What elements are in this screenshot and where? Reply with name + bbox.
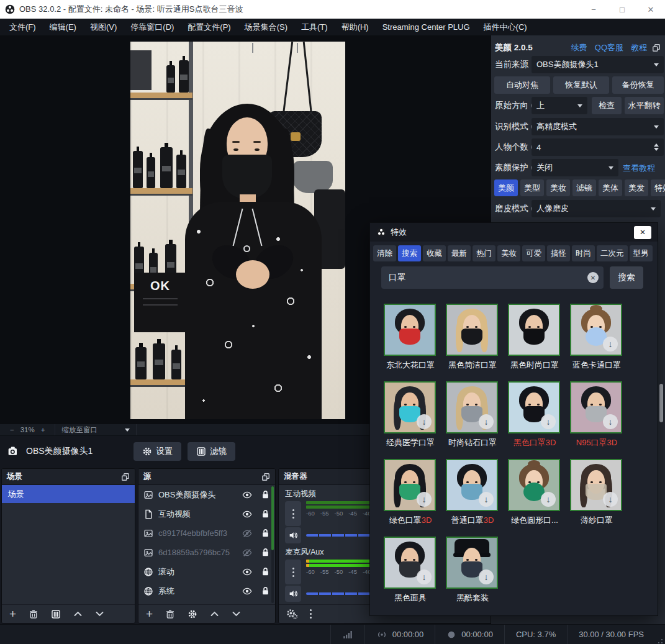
menu-item-8[interactable]: Streaming Center PLUG	[376, 19, 477, 35]
resize-grip[interactable]	[657, 638, 663, 644]
source-row[interactable]: 系统	[138, 581, 275, 601]
sources-scrollbar[interactable]	[271, 486, 274, 603]
effect-thumbnail[interactable]: ↓	[446, 537, 498, 589]
menu-item-9[interactable]: 插件中心(C)	[477, 19, 534, 35]
source-row[interactable]: c8917f4ebbfbfe5ff3	[138, 524, 275, 543]
plugin-link-1[interactable]: QQ客服	[595, 42, 623, 53]
search-button[interactable]: 搜索	[610, 266, 643, 289]
move-scene-up-button[interactable]	[73, 609, 83, 619]
horizontal-flip-button[interactable]: 水平翻转	[625, 97, 664, 114]
minimize-button[interactable]: −	[579, 0, 608, 19]
lock-icon[interactable]	[261, 586, 270, 596]
effects-tab-可爱[interactable]: 可爱	[522, 245, 545, 261]
menu-item-0[interactable]: 文件(F)	[2, 19, 43, 35]
beauty-tab-特效[interactable]: 特效	[651, 179, 665, 196]
effects-tab-搞怪[interactable]: 搞怪	[547, 245, 570, 261]
beauty-tab-美发[interactable]: 美发	[625, 179, 648, 196]
eye-icon[interactable]	[242, 567, 252, 577]
beauty-tab-美体[interactable]: 美体	[599, 179, 622, 196]
menu-item-2[interactable]: 视图(V)	[83, 19, 124, 35]
add-scene-button[interactable]: +	[9, 608, 16, 620]
effect-thumbnail[interactable]: ↓	[446, 381, 498, 433]
download-icon[interactable]: ↓	[417, 569, 432, 584]
lock-icon[interactable]	[261, 548, 270, 557]
effects-tab-热门[interactable]: 热门	[473, 245, 495, 261]
zoom-in-button[interactable]: +	[37, 426, 49, 433]
source-row[interactable]: 6d18859a5796bc75	[138, 543, 275, 562]
effect-thumbnail[interactable]: ↓	[384, 381, 436, 433]
skin-mode-dropdown[interactable]: 人像磨皮	[532, 200, 661, 217]
channel-menu-button[interactable]	[285, 501, 301, 526]
effect-thumbnail[interactable]	[384, 304, 436, 356]
mute-button[interactable]	[285, 527, 301, 543]
source-row[interactable]: 滚动	[138, 562, 275, 581]
download-icon[interactable]: ↓	[541, 414, 556, 429]
menu-item-1[interactable]: 编辑(E)	[43, 19, 83, 35]
effect-thumbnail[interactable]: ↓	[508, 459, 560, 511]
popout-icon[interactable]	[261, 473, 270, 481]
download-icon[interactable]: ↓	[479, 569, 494, 584]
download-icon[interactable]: ↓	[603, 492, 618, 507]
menu-item-3[interactable]: 停靠窗口(D)	[124, 19, 181, 35]
number-spinner[interactable]	[654, 141, 659, 153]
eye-icon[interactable]	[242, 490, 252, 500]
effects-tab-清除[interactable]: 清除	[373, 245, 396, 261]
autofocus-button[interactable]: 自动对焦	[494, 76, 550, 94]
remove-scene-button[interactable]	[29, 609, 38, 619]
menu-item-7[interactable]: 帮助(H)	[335, 19, 376, 35]
source-row[interactable]: OBS美颜摄像头	[138, 485, 275, 504]
effect-thumbnail[interactable]: ↓	[446, 459, 498, 511]
beauty-tab-美型[interactable]: 美型	[520, 179, 544, 196]
download-icon[interactable]: ↓	[541, 492, 556, 507]
lock-icon[interactable]	[261, 509, 270, 519]
remove-source-button[interactable]	[165, 609, 175, 619]
beauty-tab-滤镜[interactable]: 滤镜	[572, 179, 596, 196]
current-source-dropdown[interactable]: OBS美颜摄像头1	[532, 56, 664, 73]
move-scene-down-button[interactable]	[95, 609, 104, 619]
advanced-audio-button[interactable]	[286, 609, 297, 620]
camera-preview[interactable]: OK	[130, 42, 345, 419]
scene-item-0[interactable]: 场景	[2, 485, 135, 503]
maximize-button[interactable]: □	[608, 0, 636, 19]
person-count-input[interactable]: 4	[532, 138, 664, 156]
menu-item-5[interactable]: 场景集合(S)	[238, 19, 294, 35]
download-icon[interactable]: ↓	[603, 337, 618, 351]
clear-search-icon[interactable]: ✕	[587, 272, 599, 283]
eye-icon[interactable]	[242, 586, 252, 596]
effects-tab-美妆[interactable]: 美妆	[497, 245, 520, 261]
source-row[interactable]: 互动视频	[138, 504, 275, 524]
lock-icon[interactable]	[261, 528, 270, 538]
spinner-down-icon[interactable]	[654, 148, 659, 153]
effects-tab-最新[interactable]: 最新	[448, 245, 471, 261]
download-icon[interactable]: ↓	[417, 414, 432, 429]
eye-off-icon[interactable]	[242, 528, 252, 538]
download-icon[interactable]: ↓	[417, 492, 432, 507]
effects-tab-型男[interactable]: 型男	[630, 245, 653, 261]
bareface-protect-dropdown[interactable]: 关闭	[532, 159, 618, 176]
add-source-button[interactable]: +	[146, 608, 153, 620]
plugin-link-2[interactable]: 教程	[631, 42, 647, 53]
effect-thumbnail[interactable]: ↓	[508, 381, 560, 433]
lock-icon[interactable]	[261, 490, 270, 499]
effect-thumbnail[interactable]: ↓	[384, 459, 436, 511]
effects-tab-收藏[interactable]: 收藏	[423, 245, 446, 261]
menu-item-6[interactable]: 工具(T)	[294, 19, 335, 35]
eye-off-icon[interactable]	[242, 548, 252, 558]
channel-menu-button[interactable]	[285, 560, 301, 584]
download-icon[interactable]: ↓	[479, 414, 494, 429]
orientation-dropdown[interactable]: 上	[532, 97, 587, 114]
beauty-tab-美妆[interactable]: 美妆	[546, 179, 570, 196]
restore-default-button[interactable]: 恢复默认	[553, 76, 609, 94]
zoom-fit-dropdown[interactable]: 缩放至窗口	[55, 424, 137, 435]
effect-thumbnail[interactable]	[508, 304, 560, 356]
backup-restore-button[interactable]: 备份恢复	[612, 76, 664, 94]
download-icon[interactable]: ↓	[603, 414, 618, 429]
effect-thumbnail[interactable]: ↓	[570, 381, 622, 433]
zoom-out-button[interactable]: −	[6, 426, 18, 433]
panel-scrollbar-thumb[interactable]	[659, 384, 663, 422]
effects-tab-搜索[interactable]: 搜索	[398, 245, 421, 261]
search-input[interactable]	[381, 266, 604, 289]
recognition-mode-dropdown[interactable]: 高精度模式	[532, 118, 664, 135]
lock-icon[interactable]	[261, 567, 270, 576]
effect-thumbnail[interactable]	[446, 304, 498, 356]
